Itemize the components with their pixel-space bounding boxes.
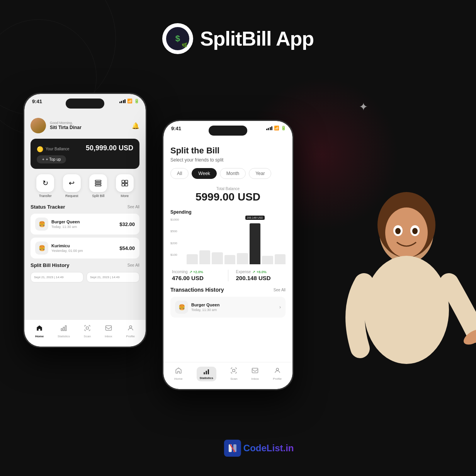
nav-label-home-right: Home xyxy=(174,377,182,381)
trans-name-2: Kurimicu xyxy=(51,243,83,248)
status-see-all[interactable]: See All xyxy=(128,205,139,209)
incoming-label: Incoming xyxy=(172,270,188,274)
nav-scan-left[interactable]: Scan xyxy=(84,325,91,338)
total-balance-section: Total Balance 5999.00 USD xyxy=(170,187,286,203)
tab-year[interactable]: Year xyxy=(249,168,271,179)
home-icon-right xyxy=(175,367,182,376)
phone-left: 9:41 📶 🔋 xyxy=(23,93,147,348)
inbox-icon-right xyxy=(252,367,258,376)
nav-inbox-left[interactable]: Inbox xyxy=(105,325,112,338)
action-split[interactable]: Split Bill xyxy=(89,174,107,198)
action-transfer[interactable]: ↻ Transfer xyxy=(36,174,54,198)
balance-amount: 50,999.00 USD xyxy=(86,144,133,152)
status-icons-left: 📶 🔋 xyxy=(119,99,140,104)
summary-row: Incoming ↗ +2.0% 476.00 USD Expense ↗ +8… xyxy=(170,270,286,281)
user-header: Good Morning, Siti Tirta Dinar 🔔 xyxy=(31,118,139,133)
tab-month[interactable]: Month xyxy=(220,168,246,179)
nav-scan-right[interactable]: Scan xyxy=(230,367,237,381)
nav-profile-left[interactable]: Profile xyxy=(126,325,135,338)
wifi-icon-right: 📶 xyxy=(274,126,279,131)
split-history-header: Split Bill History See All xyxy=(31,262,139,268)
scan-icon-left xyxy=(84,325,91,333)
transfer-label: Transfer xyxy=(39,194,52,198)
chart-tooltip: 200.148 USD xyxy=(245,216,265,220)
nav-profile-right[interactable]: Profile xyxy=(273,367,282,381)
topup-button[interactable]: + + Top up xyxy=(37,155,66,163)
trans-name-1: Burger Queen xyxy=(51,219,80,224)
dynamic-island-left xyxy=(66,99,104,109)
battery-icon-right: 🔋 xyxy=(281,126,286,131)
y-label-500: $500 xyxy=(170,230,185,233)
chart-title: Spending xyxy=(170,209,286,215)
split-label: Split Bill xyxy=(92,194,104,198)
svg-point-12 xyxy=(129,326,132,328)
nav-inbox-right[interactable]: Inbox xyxy=(252,367,259,381)
user-info: Good Morning, Siti Tirta Dinar xyxy=(31,118,82,133)
split-card-1: Sept 21, 2023 | 14:49 xyxy=(31,272,83,282)
signal-right xyxy=(266,126,273,130)
bar-3 xyxy=(212,252,223,264)
trans-left-1: 🍔 Burger Queen Today, 11:30 am xyxy=(35,218,80,231)
action-more[interactable]: More xyxy=(116,174,134,198)
right-transaction-1: 🍔 Burger Queen Today, 11:30 am › xyxy=(170,297,286,318)
home-icon-left xyxy=(36,325,43,333)
svg-rect-2 xyxy=(95,185,101,186)
transactions-history-header: Transactions History See All xyxy=(170,287,286,293)
status-tracker-title: Status Tracker xyxy=(31,204,65,210)
nav-statistics-right[interactable]: Statistics xyxy=(197,367,217,381)
bell-icon[interactable]: 🔔 xyxy=(132,122,139,129)
transaction-item-2: 🍔 Kurimicu Yesterday, 01:00 pm $54.00 xyxy=(31,238,139,258)
status-tracker-header: Status Tracker See All xyxy=(31,204,139,210)
nav-label-scan-left: Scan xyxy=(84,335,91,338)
right-trans-date: Today, 11:30 am xyxy=(191,308,219,312)
right-trans-left: 🍔 Burger Queen Today, 11:30 am xyxy=(175,301,219,314)
svg-point-22 xyxy=(393,225,403,236)
watermark: CodeList.in xyxy=(224,440,294,457)
total-balance-amount: 5999.00 USD xyxy=(170,191,286,203)
split-date-1: Sept 21, 2023 | 14:49 xyxy=(34,275,80,279)
statistics-icon-left xyxy=(60,325,67,333)
nav-home-left[interactable]: Home xyxy=(35,325,44,338)
split-see-all[interactable]: See All xyxy=(128,263,139,267)
svg-rect-3 xyxy=(122,180,124,183)
codelist-text: CodeList.in xyxy=(243,443,294,454)
nav-label-profile-right: Profile xyxy=(273,377,282,381)
bar-8 xyxy=(275,254,286,264)
svg-point-25 xyxy=(412,228,418,234)
tab-all[interactable]: All xyxy=(170,168,189,179)
chart-container: $1000 $500 $200 $100 xyxy=(170,218,286,264)
avatar xyxy=(31,118,46,133)
tab-week[interactable]: Week xyxy=(192,168,216,179)
expense-trend: ↗ +8.0% xyxy=(252,270,266,274)
bar-5 xyxy=(237,253,248,264)
svg-point-19 xyxy=(379,202,434,264)
balance-card: 🟡 Your Ballance 50,999.00 USD + + Top up xyxy=(31,139,139,169)
burger-queen-icon: 🍔 xyxy=(35,218,48,231)
nav-statistics-left[interactable]: Statistics xyxy=(58,325,70,338)
right-trans-name: Burger Queen xyxy=(191,303,219,307)
battery-icon: 🔋 xyxy=(134,99,139,104)
summary-incoming: Incoming ↗ +2.0% 476.00 USD xyxy=(172,270,220,281)
trans-date-2: Yesterday, 01:00 pm xyxy=(51,249,83,253)
bar-2 xyxy=(199,250,211,264)
svg-rect-16 xyxy=(233,369,235,372)
svg-rect-14 xyxy=(206,371,207,374)
action-request[interactable]: ↩ Request xyxy=(63,174,81,198)
codelist-logo xyxy=(224,440,241,457)
nav-home-right[interactable]: Home xyxy=(174,367,182,381)
nav-label-inbox-right: Inbox xyxy=(252,377,259,381)
app-logo: $ 🌿 xyxy=(162,23,193,54)
user-name: Siti Tirta Dinar xyxy=(50,125,82,130)
svg-point-23 xyxy=(410,225,420,236)
transactions-see-all[interactable]: See All xyxy=(274,288,286,292)
trans-left-2: 🍔 Kurimicu Yesterday, 01:00 pm xyxy=(35,241,83,255)
bar-1 xyxy=(187,254,198,264)
svg-point-24 xyxy=(395,228,401,234)
profile-icon-right xyxy=(274,367,281,376)
y-label-100: $100 xyxy=(170,253,185,257)
transfer-icon: ↻ xyxy=(36,174,54,192)
quick-actions: ↻ Transfer ↩ Request xyxy=(31,174,139,198)
page-title: Split the Bill xyxy=(170,146,286,156)
split-icon xyxy=(89,174,107,192)
svg-rect-1 xyxy=(95,182,101,184)
